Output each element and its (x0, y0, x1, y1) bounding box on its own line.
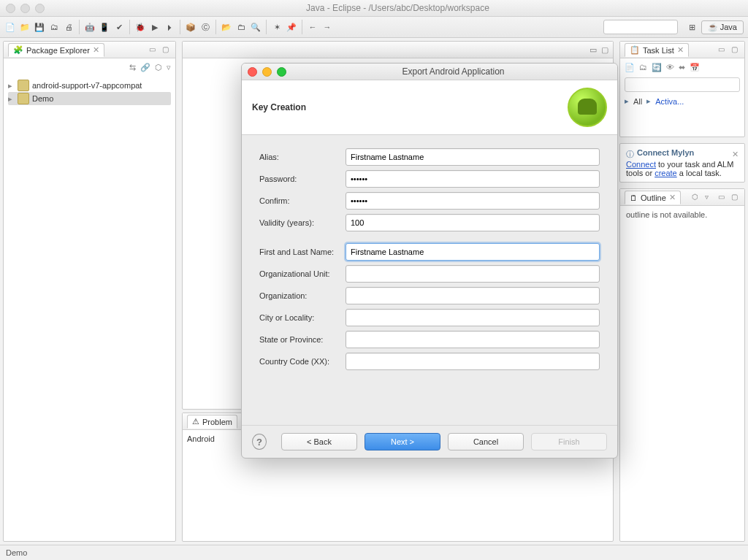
validity-input[interactable] (346, 214, 600, 231)
window-titlebar: Java - Eclipse - /Users/abc/Desktop/work… (0, 0, 748, 17)
toggle-mark-icon[interactable]: ✶ (271, 21, 283, 33)
project-icon (18, 80, 29, 91)
window-title: Java - Eclipse - /Users/abc/Desktop/work… (53, 3, 742, 13)
package-explorer-icon: 🧩 (13, 45, 23, 55)
close-dialog-icon[interactable] (248, 67, 257, 77)
password-input[interactable] (346, 170, 600, 188)
first-last-input[interactable] (346, 243, 600, 261)
maximize-view-icon[interactable]: ▢ (731, 45, 740, 54)
next-button[interactable]: Next > (365, 433, 440, 450)
save-icon[interactable]: 💾 (34, 21, 45, 33)
minimize-window-icon[interactable] (20, 4, 30, 13)
help-icon[interactable]: ? (252, 434, 267, 450)
status-bar: Demo (0, 545, 748, 560)
new-icon[interactable]: 📄 (4, 21, 16, 33)
outline-tab[interactable]: 🗒 Outline ✕ (625, 191, 681, 204)
new-task-icon[interactable]: 📄 (625, 63, 635, 72)
pin-icon[interactable]: 📌 (286, 21, 297, 33)
sync-icon[interactable]: 🔄 (652, 63, 662, 72)
minimize-editor-icon[interactable]: ▭ (589, 45, 597, 55)
country-input[interactable] (346, 353, 600, 370)
minimize-view-icon[interactable]: ▭ (718, 193, 727, 202)
minimize-dialog-icon[interactable] (262, 67, 272, 77)
new-class-icon[interactable]: Ⓒ (199, 21, 211, 33)
all-label[interactable]: All (633, 97, 642, 106)
close-tab-icon[interactable]: ✕ (93, 45, 99, 55)
dialog-traffic-lights[interactable] (248, 67, 286, 77)
state-input[interactable] (346, 331, 600, 348)
maximize-view-icon[interactable]: ▢ (731, 193, 740, 202)
package-explorer-view: 🧩 Package Explorer ✕ ▭ ▢ ⇆ 🔗 ⬡ ▿ ▸ (3, 41, 176, 542)
task-find-input[interactable] (625, 77, 740, 92)
activate-link[interactable]: Activa... (655, 97, 684, 106)
quick-access-input[interactable] (603, 20, 678, 34)
close-tab-icon[interactable]: ✕ (677, 45, 684, 55)
city-input[interactable] (346, 309, 600, 326)
expand-all-icon[interactable]: ▸ (625, 96, 629, 106)
org-input[interactable] (346, 287, 600, 304)
new-project-icon[interactable]: 📁 (19, 21, 31, 33)
tree-item[interactable]: ▸ android-support-v7-appcompat (8, 79, 171, 92)
lint-icon[interactable]: ✔ (113, 21, 125, 33)
open-perspective-icon[interactable]: ⊞ (687, 21, 698, 33)
cancel-button[interactable]: Cancel (448, 433, 524, 450)
back-icon[interactable]: ← (307, 21, 318, 33)
open-task-icon[interactable]: 🗀 (235, 21, 247, 33)
collapse-icon[interactable]: ⬌ (679, 63, 685, 72)
task-list-tab[interactable]: 📋 Task List ✕ (625, 43, 689, 57)
focus-icon[interactable]: 👁 (666, 63, 674, 72)
tree-item[interactable]: ▸ Demo (8, 92, 171, 105)
android-sdk-icon[interactable]: 🤖 (84, 21, 96, 33)
toolbar-separator (302, 20, 302, 34)
new-package-icon[interactable]: 📦 (185, 21, 196, 33)
zoom-window-icon[interactable] (35, 4, 45, 13)
view-menu-icon[interactable]: ▿ (167, 63, 171, 72)
close-window-icon[interactable] (6, 4, 15, 13)
expand-icon[interactable]: ▸ (8, 94, 15, 104)
java-perspective-label: Java (720, 23, 737, 31)
perspective-switcher: ⊞ ☕ Java (687, 20, 744, 34)
expand-icon[interactable]: ▸ (8, 81, 15, 91)
toolbar-separator (266, 20, 267, 34)
mylyn-create-link[interactable]: create (654, 169, 677, 177)
forward-icon[interactable]: → (321, 21, 333, 33)
save-all-icon[interactable]: 🗂 (48, 21, 60, 33)
city-label: City or Locality: (259, 313, 346, 322)
open-type-icon[interactable]: 📂 (221, 21, 232, 33)
alias-input[interactable] (346, 148, 600, 166)
mylyn-connect-link[interactable]: Connect (626, 160, 656, 169)
expand-activate-icon[interactable]: ▸ (646, 96, 651, 106)
back-button[interactable]: < Back (281, 433, 357, 450)
collapse-all-icon[interactable]: ⇆ (129, 63, 136, 72)
android-avd-icon[interactable]: 📱 (99, 21, 110, 33)
close-mylyn-icon[interactable]: ✕ (732, 150, 739, 159)
dialog-titlebar[interactable]: Export Android Application (242, 64, 617, 80)
maximize-view-icon[interactable]: ▢ (162, 45, 171, 54)
run-last-icon[interactable]: ⏵ (164, 21, 175, 33)
run-icon[interactable]: ▶ (149, 21, 161, 33)
window-traffic-lights[interactable] (6, 4, 45, 13)
maximize-editor-icon[interactable]: ▢ (601, 45, 608, 55)
toolbar-separator (180, 20, 180, 34)
confirm-input[interactable] (346, 192, 600, 210)
focus-outline-icon[interactable]: ⬡ (692, 193, 701, 202)
print-icon[interactable]: 🖨 (63, 21, 75, 33)
minimize-view-icon[interactable]: ▭ (718, 45, 727, 54)
package-explorer-tab[interactable]: 🧩 Package Explorer ✕ (8, 43, 104, 57)
close-tab-icon[interactable]: ✕ (669, 193, 676, 202)
focus-task-icon[interactable]: ⬡ (155, 63, 162, 72)
problems-tab[interactable]: ⚠ Problem (187, 415, 237, 429)
search-icon[interactable]: 🔍 (250, 21, 262, 33)
view-menu-icon[interactable]: ▿ (705, 193, 714, 202)
package-explorer-tree[interactable]: ▸ android-support-v7-appcompat ▸ Demo (4, 76, 175, 541)
java-perspective-button[interactable]: ☕ Java (701, 20, 744, 34)
debug-icon[interactable]: 🐞 (134, 21, 146, 33)
zoom-dialog-icon[interactable] (277, 67, 286, 77)
schedule-icon[interactable]: 📅 (690, 63, 700, 72)
categorize-icon[interactable]: 🗂 (639, 63, 647, 72)
link-editor-icon[interactable]: 🔗 (140, 63, 150, 72)
org-unit-input[interactable] (346, 265, 600, 283)
minimize-view-icon[interactable]: ▭ (149, 45, 158, 54)
validity-label: Validity (years): (259, 218, 346, 227)
dialog-title: Export Android Application (295, 66, 611, 77)
